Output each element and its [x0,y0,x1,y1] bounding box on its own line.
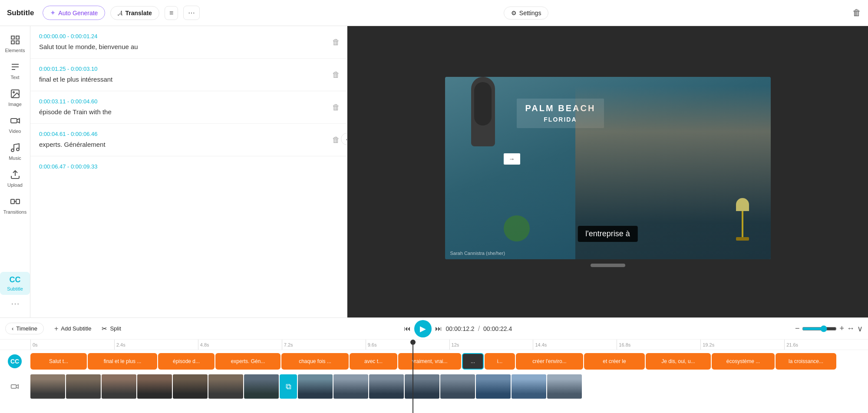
chip-vraiment[interactable]: vraiment, vrai... [398,353,461,370]
sidebar-item-elements[interactable]: Elements [0,31,30,56]
chip-salut[interactable]: Salut t... [30,353,87,370]
play-icon: ▶ [420,324,426,334]
timeline-area: 0s 2.4s 4.8s 7.2s 9.6s 12s 14.4s 16.8s 1… [0,340,868,413]
chip-chaque[interactable]: chaque fois ... [281,353,349,370]
chip-experts[interactable]: experts. Gén... [215,353,281,370]
split-button[interactable]: ✂ Split [102,325,121,333]
chip-je-dis[interactable]: Je dis, oui, u... [646,353,711,370]
play-button[interactable]: ▶ [414,320,432,337]
chip-episode[interactable]: épisode d... [158,353,215,370]
video-thumb-6[interactable] [208,374,243,399]
video-thumb-11[interactable] [405,374,439,399]
settings-button[interactable]: ⚙ Settings [504,7,549,20]
zoom-in-button[interactable]: + [839,324,844,333]
page-title: Subtitle [7,9,34,17]
video-thumb-1[interactable] [30,374,65,399]
trash-icon: 🗑 [332,70,340,79]
subtitle-delete-1[interactable]: 🗑 [332,38,340,47]
subtitle-delete-2[interactable]: 🗑 [332,70,340,79]
playhead-indicator [410,340,416,345]
sidebar-item-music[interactable]: Music [0,139,30,164]
video-thumb-15[interactable] [547,374,582,399]
chip-creer[interactable]: créer l'enviro... [516,353,583,370]
sidebar-item-subtitle[interactable]: CC Subtitle [0,272,30,295]
expand-button[interactable]: ↔ [847,324,855,333]
video-thumb-13[interactable] [476,374,511,399]
rewind-button[interactable]: ⏮ [404,325,411,333]
sidebar-more-dots[interactable]: ⋯ [11,298,20,309]
video-thumb-9[interactable] [333,374,368,399]
video-thumb-7[interactable] [244,374,279,399]
time-display: 00:00:12.2 [446,325,474,332]
translate-button[interactable]: 𝓐 Translate [110,6,159,20]
sidebar-item-label: Video [9,129,21,134]
subtitle-time-2: 0:00:01.25 - 0:00:03.10 [39,66,338,72]
chip-avec[interactable]: avec t... [350,353,397,370]
chip-final[interactable]: final et le plus ... [88,353,157,370]
subtitle-delete-4[interactable]: 🗑 [332,135,340,145]
subtitle-track-label: CC [0,350,30,373]
svg-rect-12 [11,385,17,388]
clip-icon-button[interactable]: ⧉ [280,374,297,399]
sidebar-item-text[interactable]: Text [0,58,30,83]
scissors-icon: ✂ [102,325,107,333]
add-subtitle-button[interactable]: + Add Subtitle [48,323,97,335]
split-label: Split [110,325,121,332]
sidebar-item-label: Elements [5,48,25,53]
more-options-icon: ⋯ [188,9,195,17]
subtitle-text-1[interactable]: Salut tout le monde, bienvenue au [39,42,338,51]
video-thumb-8[interactable] [298,374,333,399]
subtitle-text-3[interactable]: épisode de Train with the [39,107,338,116]
subtitle-time-5: 0:00:06.47 - 0:00:09.33 [39,163,338,170]
ruler-mark-7: 16.8s [617,340,700,350]
chip-et-creer[interactable]: et créer le [584,353,645,370]
chip-ecosysteme[interactable]: écosystème ... [712,353,775,370]
rewind-icon: ⏮ [404,325,411,332]
playhead[interactable] [413,340,413,413]
format-button[interactable]: ≡ [165,6,178,20]
zoom-slider[interactable] [802,325,837,332]
time-separator: / [478,325,480,333]
subtitle-delete-3[interactable]: 🗑 [332,103,340,112]
subtitle-text-4[interactable]: experts. Généralement [39,140,338,149]
video-scrubber[interactable] [591,264,625,267]
timeline-back-button[interactable]: ‹ Timeline [5,323,44,334]
video-thumb-10[interactable] [369,374,404,399]
trash-icon: 🗑 [852,8,861,17]
video-thumb-3[interactable] [102,374,136,399]
chip-i[interactable]: i... [485,353,515,370]
subtitle-text-2[interactable]: final et le plus intéressant [39,75,338,84]
sidebar-item-upload[interactable]: Upload [0,166,30,191]
main-area: Elements Text Image Video Music [0,26,868,317]
delete-button[interactable]: 🗑 [852,8,861,18]
chevron-down-button[interactable]: ∨ [857,324,863,334]
video-thumb-2[interactable] [66,374,101,399]
fast-forward-button[interactable]: ⏭ [435,325,442,333]
sidebar-item-image[interactable]: Image [0,85,30,110]
sidebar-item-label: Transitions [3,209,26,215]
trash-icon: 🗑 [332,103,340,112]
video-watermark: Sarah Cannistra (she/her) [450,251,505,256]
music-icon [10,142,20,154]
video-thumb-14[interactable] [512,374,546,399]
zoom-out-button[interactable]: − [795,324,800,333]
subtitle-panel: 0:00:00.00 - 0:00:01.24 Salut tout le mo… [30,26,347,317]
svg-rect-10 [11,199,14,204]
video-track-icon [8,380,22,393]
sidebar-item-transitions[interactable]: Transitions [0,193,30,218]
video-thumb-5[interactable] [173,374,208,399]
ruler-mark-3: 7.2s [282,340,366,350]
more-options-button[interactable]: ⋯ [183,6,200,20]
auto-generate-button[interactable]: ✦ Auto Generate [43,6,105,20]
chip-active[interactable]: ... [462,353,484,370]
ruler-mark-5: 12s [449,340,533,350]
video-background: PALM BEACHFLORIDA → [445,77,771,259]
video-thumb-4[interactable] [137,374,172,399]
subtitle-overlay: l'entreprise à [578,226,638,242]
ruler-mark-9: 21.6s [784,340,868,350]
video-thumb-12[interactable] [440,374,475,399]
sidebar-item-video[interactable]: Video [0,112,30,137]
video-track-row: ⧉ [0,373,868,400]
chip-croissance[interactable]: la croissance... [776,353,836,370]
chevron-left-icon: ‹ [12,325,13,332]
